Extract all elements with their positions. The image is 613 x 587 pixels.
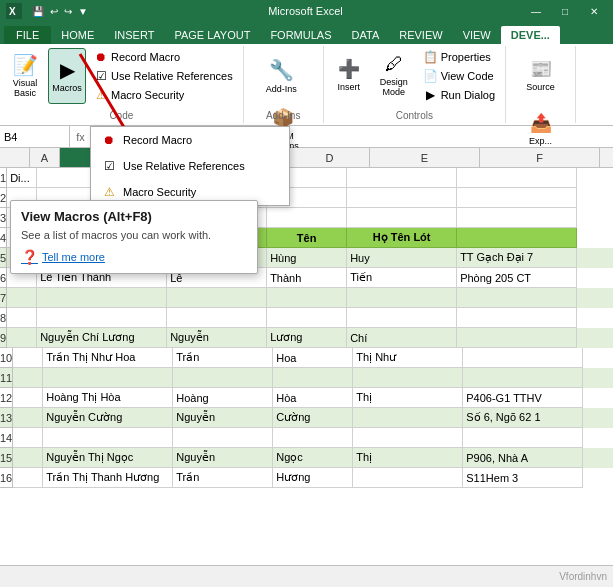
- cell-e14[interactable]: [353, 428, 463, 448]
- use-relative-button[interactable]: ☑ Use Relative References: [90, 67, 237, 85]
- cell-e16[interactable]: [353, 468, 463, 488]
- insert-button[interactable]: ➕ Insert: [330, 48, 368, 104]
- cell-d8[interactable]: [267, 308, 347, 328]
- cell-e1[interactable]: [347, 168, 457, 188]
- cell-d12[interactable]: Hòa: [273, 388, 353, 408]
- cell-d5[interactable]: Hùng: [267, 248, 347, 268]
- cell-a7[interactable]: [7, 288, 37, 308]
- cell-f3[interactable]: [457, 208, 577, 228]
- visual-basic-button[interactable]: 📝 VisualBasic: [6, 48, 44, 104]
- cell-e13[interactable]: [353, 408, 463, 428]
- quick-access-save[interactable]: 💾: [32, 6, 44, 17]
- cell-f4[interactable]: [457, 228, 577, 248]
- close-button[interactable]: ✕: [581, 0, 607, 22]
- cell-e15[interactable]: Thị: [353, 448, 463, 468]
- cell-c14[interactable]: [173, 428, 273, 448]
- cell-f16[interactable]: S11Hem 3: [463, 468, 583, 488]
- cell-b14[interactable]: [43, 428, 173, 448]
- cell-c8[interactable]: [167, 308, 267, 328]
- cell-e3[interactable]: [347, 208, 457, 228]
- properties-button[interactable]: 📋 Properties: [420, 48, 499, 66]
- cell-c11[interactable]: [173, 368, 273, 388]
- cell-f7[interactable]: [457, 288, 577, 308]
- cell-e2[interactable]: [347, 188, 457, 208]
- cell-b8[interactable]: [37, 308, 167, 328]
- cell-a12[interactable]: [13, 388, 43, 408]
- view-code-button[interactable]: 📄 View Code: [420, 67, 499, 85]
- tab-view[interactable]: VIEW: [453, 26, 501, 44]
- cell-d9[interactable]: Lương: [267, 328, 347, 348]
- cell-e5[interactable]: Huy: [347, 248, 457, 268]
- tab-file[interactable]: FILE: [4, 26, 51, 44]
- cell-d7[interactable]: [267, 288, 347, 308]
- cell-e10[interactable]: Thị Như: [353, 348, 463, 368]
- cell-f2[interactable]: [457, 188, 577, 208]
- minimize-button[interactable]: —: [523, 0, 549, 22]
- cell-a1[interactable]: Di...: [7, 168, 37, 188]
- cell-d3[interactable]: [267, 208, 347, 228]
- cell-c10[interactable]: Trần: [173, 348, 273, 368]
- cell-f8[interactable]: [457, 308, 577, 328]
- tab-review[interactable]: REVIEW: [389, 26, 452, 44]
- cell-f10[interactable]: [463, 348, 583, 368]
- record-macro-menu-item[interactable]: ⏺ Record Macro: [91, 127, 289, 153]
- cell-b16[interactable]: Trần Thị Thanh Hương: [43, 468, 173, 488]
- cell-e7[interactable]: [347, 288, 457, 308]
- cell-f14[interactable]: [463, 428, 583, 448]
- cell-e4[interactable]: Họ Tên Lót: [347, 228, 457, 248]
- cell-d4[interactable]: Tên: [267, 228, 347, 248]
- cell-b13[interactable]: Nguyễn Cường: [43, 408, 173, 428]
- maximize-button[interactable]: □: [552, 0, 578, 22]
- tooltip-link[interactable]: ❓ Tell me more: [21, 249, 247, 265]
- cell-a11[interactable]: [13, 368, 43, 388]
- add-ins-button[interactable]: 🔧 Add-Ins: [261, 48, 301, 104]
- cell-c12[interactable]: Hoàng: [173, 388, 273, 408]
- cell-f15[interactable]: P906, Nhà A: [463, 448, 583, 468]
- cell-f9[interactable]: [457, 328, 577, 348]
- cell-a15[interactable]: [13, 448, 43, 468]
- tab-page-layout[interactable]: PAGE LAYOUT: [164, 26, 260, 44]
- tab-insert[interactable]: INSERT: [104, 26, 164, 44]
- cell-e6[interactable]: Tiến: [347, 268, 457, 288]
- run-dialog-button[interactable]: ▶ Run Dialog: [420, 86, 499, 104]
- tab-home[interactable]: HOME: [51, 26, 104, 44]
- cell-f1[interactable]: [457, 168, 577, 188]
- macros-button[interactable]: ▶ Macros: [48, 48, 86, 104]
- cell-b9[interactable]: Nguyễn Chí Lương: [37, 328, 167, 348]
- cell-e9[interactable]: Chí: [347, 328, 457, 348]
- cell-c9[interactable]: Nguyễn: [167, 328, 267, 348]
- cell-a13[interactable]: [13, 408, 43, 428]
- cell-a14[interactable]: [13, 428, 43, 448]
- cell-c13[interactable]: Nguyễn: [173, 408, 273, 428]
- tab-data[interactable]: DATA: [342, 26, 390, 44]
- source-button[interactable]: 📰 Source: [519, 48, 563, 104]
- customize-qat[interactable]: ▼: [78, 6, 88, 17]
- cell-d6[interactable]: Thành: [267, 268, 347, 288]
- cell-c15[interactable]: Nguyễn: [173, 448, 273, 468]
- cell-e11[interactable]: [353, 368, 463, 388]
- cell-f12[interactable]: P406-G1 TTHV: [463, 388, 583, 408]
- cell-d15[interactable]: Ngọc: [273, 448, 353, 468]
- cell-e8[interactable]: [347, 308, 457, 328]
- cell-d14[interactable]: [273, 428, 353, 448]
- cell-f6[interactable]: Phòng 205 CT: [457, 268, 577, 288]
- cell-c16[interactable]: Trần: [173, 468, 273, 488]
- cell-b11[interactable]: [43, 368, 173, 388]
- cell-f5[interactable]: TT Gạch Đại 7: [457, 248, 577, 268]
- cell-c7[interactable]: [167, 288, 267, 308]
- record-macro-button[interactable]: ⏺ Record Macro: [90, 48, 237, 66]
- cell-a8[interactable]: [7, 308, 37, 328]
- cell-d10[interactable]: Hoa: [273, 348, 353, 368]
- cell-d16[interactable]: Hương: [273, 468, 353, 488]
- macro-security-button[interactable]: ⚠ Macro Security: [90, 86, 237, 104]
- cell-a16[interactable]: [13, 468, 43, 488]
- cell-f13[interactable]: Số 6, Ngõ 62 1: [463, 408, 583, 428]
- cell-a10[interactable]: [13, 348, 43, 368]
- tab-developer[interactable]: DEVE...: [501, 26, 560, 44]
- cell-b10[interactable]: Trần Thị Như Hoa: [43, 348, 173, 368]
- tab-formulas[interactable]: FORMULAS: [260, 26, 341, 44]
- cell-d13[interactable]: Cường: [273, 408, 353, 428]
- cell-d11[interactable]: [273, 368, 353, 388]
- cell-b15[interactable]: Nguyễn Thị Ngọc: [43, 448, 173, 468]
- cell-e12[interactable]: Thị: [353, 388, 463, 408]
